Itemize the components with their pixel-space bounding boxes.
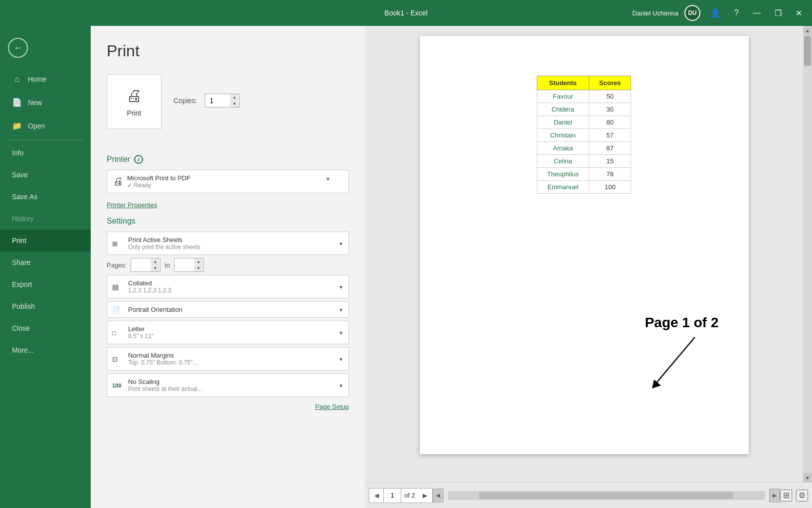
sidebar-item-close[interactable]: Close bbox=[0, 317, 91, 339]
close-button[interactable]: ✕ bbox=[792, 6, 806, 20]
table-cell-score: 57 bbox=[589, 129, 631, 142]
sidebar-item-publish[interactable]: Publish bbox=[0, 295, 91, 317]
portrait-dropdown[interactable]: 📄 Portrait Orientation ▼ bbox=[107, 301, 349, 318]
scroll-up-button[interactable]: ▲ bbox=[803, 26, 812, 35]
scroll-right-button[interactable]: ▶ bbox=[769, 489, 780, 503]
sidebar-item-history[interactable]: History bbox=[0, 208, 91, 230]
sidebar-label-print: Print bbox=[12, 237, 26, 245]
sidebar-item-open[interactable]: 📁 Open bbox=[0, 114, 91, 137]
printer-dropdown-arrow: ▼ bbox=[325, 176, 330, 182]
copies-row: Copies: ▲ ▼ bbox=[173, 94, 240, 108]
back-button[interactable]: ← bbox=[8, 38, 28, 58]
scroll-track[interactable] bbox=[803, 35, 812, 473]
pages-from-down[interactable]: ▼ bbox=[151, 265, 160, 271]
new-icon: 📄 bbox=[12, 98, 22, 107]
scroll-thumb[interactable] bbox=[804, 36, 811, 66]
sidebar-item-export[interactable]: Export bbox=[0, 273, 91, 295]
sidebar-item-info[interactable]: Info bbox=[0, 142, 91, 164]
sidebar-label-new: New bbox=[28, 99, 42, 107]
copies-label: Copies: bbox=[173, 97, 197, 105]
table-header-students: Students bbox=[537, 76, 589, 90]
preview-right-scrollbar[interactable]: ▲ ▼ bbox=[803, 26, 812, 482]
sidebar-label-history: History bbox=[12, 215, 34, 223]
settings-section-title: Settings bbox=[107, 217, 349, 226]
svg-line-0 bbox=[655, 337, 695, 384]
copies-spinners: ▲ ▼ bbox=[230, 94, 239, 107]
sidebar-item-new[interactable]: 📄 New bbox=[0, 91, 91, 114]
printer-properties-link[interactable]: Printer Properties bbox=[107, 201, 157, 209]
margins-dropdown[interactable]: ⊡ Normal Margins Top: 0.75" Bottom: 0.75… bbox=[107, 347, 349, 371]
print-active-sheets-dropdown[interactable]: ⊞ Print Active Sheets Only print the act… bbox=[107, 232, 349, 255]
sidebar-label-more: More... bbox=[12, 346, 34, 354]
sidebar-label-open: Open bbox=[28, 122, 45, 130]
sidebar: ← ⌂ Home 📄 New 📁 Open Info Save Save As … bbox=[0, 26, 91, 508]
print-button[interactable]: 🖨 Print bbox=[107, 74, 162, 129]
page-navigation: ◀ of 2 ▶ bbox=[369, 488, 433, 503]
user-name: Daniel Uchenna bbox=[633, 9, 679, 17]
sidebar-item-print[interactable]: Print bbox=[0, 230, 91, 252]
copies-up-button[interactable]: ▲ bbox=[230, 94, 239, 101]
sidebar-label-export: Export bbox=[12, 280, 32, 288]
sidebar-item-share[interactable]: Share bbox=[0, 252, 91, 273]
table-row: Celina15 bbox=[537, 155, 631, 168]
print-button-area: 🖨 Print bbox=[107, 74, 162, 129]
print-active-sheets-main: Print Active Sheets bbox=[128, 236, 330, 244]
margins-main: Normal Margins bbox=[128, 352, 330, 359]
table-row: Favour50 bbox=[537, 90, 631, 103]
copies-input-wrapper: ▲ ▼ bbox=[205, 94, 240, 108]
pages-to-down[interactable]: ▼ bbox=[194, 265, 203, 271]
pages-to-wrapper: ▲ ▼ bbox=[174, 258, 204, 272]
info-icon[interactable]: i bbox=[134, 155, 143, 164]
table-cell-score: 100 bbox=[589, 181, 631, 194]
print-active-sheets-sub: Only print the active sheets bbox=[128, 244, 330, 251]
collated-dropdown[interactable]: ▤ Collated 1,2,3 1,2,3 1,2,3 ▼ bbox=[107, 275, 349, 298]
printer-dropdown[interactable]: 🖨 Microsoft Print to PDF ✓ Ready ▼ bbox=[107, 170, 349, 193]
page-number-input[interactable] bbox=[383, 489, 401, 503]
avatar: DU bbox=[684, 5, 700, 21]
page-of-label: of 2 bbox=[401, 492, 418, 499]
table-cell-student: Favour bbox=[537, 90, 589, 103]
pages-from-spinners: ▲ ▼ bbox=[151, 258, 160, 271]
letter-arrow: ▼ bbox=[338, 330, 343, 335]
page-next-button[interactable]: ▶ bbox=[418, 489, 432, 503]
pages-row: Pages: ▲ ▼ to ▲ ▼ bbox=[107, 258, 349, 272]
titlebar: Book1 - Excel Daniel Uchenna DU 👤 ? — ❐ … bbox=[0, 0, 812, 26]
collated-sub: 1,2,3 1,2,3 1,2,3 bbox=[128, 287, 330, 294]
maximize-button[interactable]: ❐ bbox=[771, 6, 786, 20]
scroll-down-button[interactable]: ▼ bbox=[803, 473, 812, 482]
margins-icon: ⊡ bbox=[112, 355, 118, 363]
page-prev-button[interactable]: ◀ bbox=[369, 489, 383, 503]
pages-to-label: to bbox=[164, 261, 170, 269]
table-row: Theophilus78 bbox=[537, 168, 631, 181]
printer-label: Printer bbox=[107, 155, 130, 164]
collated-icon: ▤ bbox=[112, 283, 119, 291]
scaling-dropdown[interactable]: 100 No Scaling Print sheets at their act… bbox=[107, 374, 349, 397]
portrait-icon: 📄 bbox=[112, 306, 120, 313]
print-panel: Print 🖨 Print Copies: ▲ ▼ bbox=[91, 26, 365, 508]
help-icon[interactable]: ? bbox=[730, 6, 743, 19]
portrait-main: Portrait Orientation bbox=[128, 306, 330, 313]
pages-to-up[interactable]: ▲ bbox=[194, 258, 203, 265]
account-icon[interactable]: 👤 bbox=[706, 6, 724, 20]
scaling-sub: Print sheets at their actual... bbox=[128, 385, 330, 392]
minimize-button[interactable]: — bbox=[749, 6, 765, 19]
scroll-left-button[interactable]: ◀ bbox=[433, 489, 444, 503]
page-annotation: Page 1 of 2 bbox=[645, 315, 719, 394]
sidebar-item-more[interactable]: More... bbox=[0, 339, 91, 361]
table-cell-student: Christain bbox=[537, 129, 589, 142]
copies-down-button[interactable]: ▼ bbox=[230, 101, 239, 107]
letter-dropdown[interactable]: □ Letter 8.5" x 11" ▼ bbox=[107, 321, 349, 344]
open-icon: 📁 bbox=[12, 121, 22, 130]
sidebar-item-home[interactable]: ⌂ Home bbox=[0, 68, 91, 91]
settings-button[interactable]: ⚙ bbox=[796, 490, 808, 502]
sidebar-item-saveas[interactable]: Save As bbox=[0, 186, 91, 208]
grid-view-button[interactable]: ⊞ bbox=[780, 490, 792, 502]
page-setup-link[interactable]: Page Setup bbox=[107, 403, 349, 410]
svg-marker-1 bbox=[652, 380, 661, 388]
table-row: Daniel80 bbox=[537, 116, 631, 129]
pages-from-up[interactable]: ▲ bbox=[151, 258, 160, 265]
bottom-scrollbar[interactable] bbox=[448, 491, 765, 500]
table-cell-student: Celina bbox=[537, 155, 589, 168]
sidebar-item-save[interactable]: Save bbox=[0, 164, 91, 186]
preview-scroll-area[interactable]: Students Scores Favour50Chidera30Daniel8… bbox=[365, 26, 803, 482]
